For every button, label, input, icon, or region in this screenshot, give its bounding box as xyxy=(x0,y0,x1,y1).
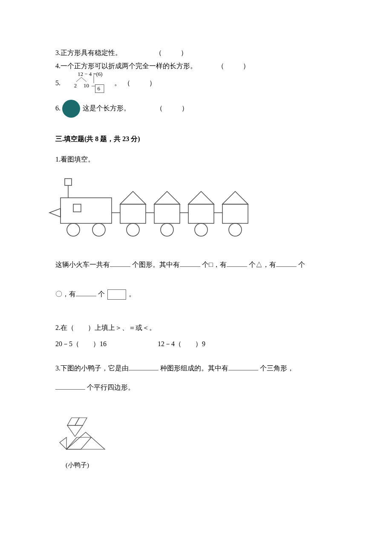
svg-point-26 xyxy=(195,223,208,236)
blank xyxy=(110,260,130,267)
duck-figure-wrap: (小鸭子) xyxy=(58,415,337,471)
svg-rect-12 xyxy=(120,204,146,223)
svg-point-23 xyxy=(92,223,105,236)
svg-marker-14 xyxy=(154,191,180,204)
svg-rect-7 xyxy=(61,198,112,223)
q1-f: 〇，有 xyxy=(55,290,76,298)
q1-b: 个图形。其中有 xyxy=(132,261,180,268)
q3-d: 个平行四边形。 xyxy=(87,384,135,391)
q1-d: 个△，有 xyxy=(249,261,276,268)
fill-q3-line2: 个平行四边形。 xyxy=(55,382,337,394)
tf-q5: 5. 12 − 4 =(6) 2 10 6 。 （ ） xyxy=(55,71,337,96)
fill-q1-line1: 这辆小火车一共有 个图形。其中有 个□，有 个△，有 个 xyxy=(55,259,337,271)
train-figure xyxy=(48,174,278,243)
q3-a: 3.下图的小鸭子，它是由 xyxy=(55,364,129,372)
fill-q1-title: 1.看图填空。 xyxy=(55,153,337,166)
q2-b: 12－4（ ）9 xyxy=(158,338,205,350)
svg-rect-8 xyxy=(73,204,81,212)
svg-rect-21 xyxy=(222,204,248,223)
svg-marker-11 xyxy=(120,191,146,204)
tf-q5-paren: （ ） xyxy=(124,77,158,90)
svg-line-1 xyxy=(81,77,86,81)
svg-marker-32 xyxy=(66,437,91,449)
q1-period: 。 xyxy=(129,290,135,298)
duck-caption: (小鸭子) xyxy=(66,460,337,471)
fill-q2-items: 20－5（ ）16 12－4（ ）9 xyxy=(55,338,337,350)
blank xyxy=(228,364,258,370)
blank xyxy=(227,260,247,267)
tf-q4-paren: （ ） xyxy=(217,62,251,69)
q1-e: 个 xyxy=(298,261,305,268)
svg-point-24 xyxy=(127,223,139,236)
tf-q6: 6. 这是个长方形。 （ ） xyxy=(55,100,337,118)
svg-marker-33 xyxy=(60,437,66,449)
q3-b: 种图形组成的。其中有 xyxy=(160,364,228,372)
tf-q3-paren: （ ） xyxy=(155,49,189,56)
tf-q4-text: 4.一个正方形可以折成两个完全一样的长方形。 xyxy=(55,62,197,69)
q1-a: 这辆小火车一共有 xyxy=(55,261,110,268)
tf-q5-prefix: 5. xyxy=(55,77,61,90)
blank xyxy=(55,383,85,390)
circle-icon xyxy=(62,100,80,118)
section-three-heading: 三.填空题(共 8 题，共 23 分) xyxy=(55,133,337,145)
rect-icon xyxy=(107,289,126,300)
svg-point-27 xyxy=(229,223,242,236)
svg-marker-17 xyxy=(188,191,214,204)
svg-marker-20 xyxy=(222,191,248,204)
svg-line-0 xyxy=(76,77,81,81)
q5-right: 10 xyxy=(84,83,89,89)
fill-q3-line1: 3.下图的小鸭子，它是由 种图形组成的。其中有 个三角形， xyxy=(55,362,337,375)
svg-marker-9 xyxy=(49,208,61,217)
q2-a: 20－5（ ）16 xyxy=(55,338,107,350)
svg-rect-5 xyxy=(65,179,72,185)
duck-figure xyxy=(58,415,109,454)
q5-left: 2 xyxy=(74,83,77,89)
tf-q3-text: 3.正方形具有稳定性。 xyxy=(55,49,122,56)
tf-q6-prefix: 6. xyxy=(55,102,61,115)
svg-marker-29 xyxy=(75,418,87,425)
tf-q6-text: 这是个长方形。 xyxy=(83,102,130,115)
q3-c: 个三角形， xyxy=(260,364,294,372)
q1-g: 个 xyxy=(98,290,105,298)
svg-rect-18 xyxy=(188,204,214,223)
svg-point-22 xyxy=(67,223,80,236)
blank xyxy=(129,364,159,370)
svg-marker-30 xyxy=(67,425,83,436)
q5-diagram: 12 − 4 =(6) 2 10 6 xyxy=(63,71,114,96)
tf-q3: 3.正方形具有稳定性。 （ ） xyxy=(55,47,337,59)
q5-box: 6 xyxy=(98,86,101,92)
svg-point-25 xyxy=(161,223,173,236)
q1-c: 个□，有 xyxy=(202,261,227,268)
fill-q1-line2: 〇，有 个 。 xyxy=(55,288,337,301)
tf-q5-suffix: 。 xyxy=(114,77,121,90)
svg-marker-28 xyxy=(67,418,79,425)
svg-marker-31 xyxy=(66,432,105,449)
blank xyxy=(276,260,297,267)
blank xyxy=(76,290,96,296)
fill-q2-title: 2.在（ ）上填上＞、＝或＜。 xyxy=(55,322,337,334)
q5-eq: 12 − 4 =(6) xyxy=(78,71,102,77)
blank xyxy=(180,260,200,267)
tf-q6-paren: （ ） xyxy=(156,102,190,115)
svg-rect-15 xyxy=(154,204,180,223)
